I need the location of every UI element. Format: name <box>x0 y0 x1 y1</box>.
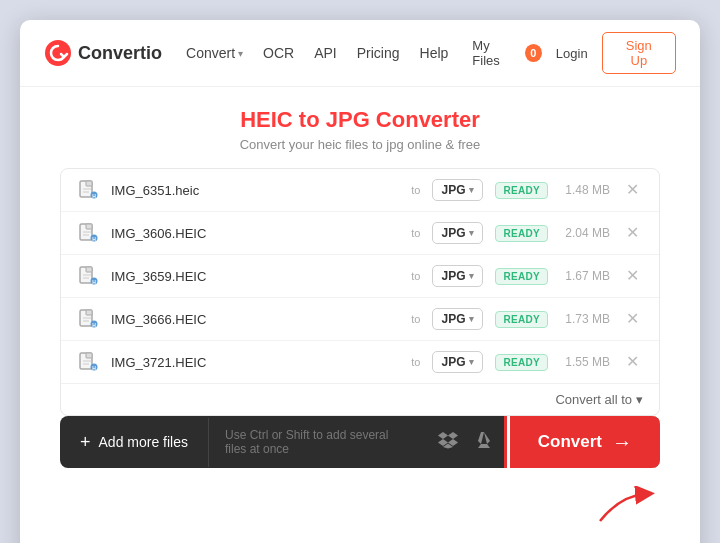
format-value: JPG <box>441 312 465 326</box>
file-name: IMG_3666.HEIC <box>111 312 399 327</box>
status-badge: READY <box>495 268 548 285</box>
table-row: H IMG_3659.HEIC to JPG ▾ READY 1.67 MB ✕ <box>61 255 659 298</box>
file-name: IMG_6351.heic <box>111 183 399 198</box>
svg-text:H: H <box>92 193 96 199</box>
nav-api[interactable]: API <box>314 45 337 61</box>
dropbox-icon[interactable] <box>438 430 458 455</box>
file-size: 1.48 MB <box>560 183 610 197</box>
to-label: to <box>411 184 420 196</box>
red-arrow-svg <box>580 486 660 526</box>
nav-ocr[interactable]: OCR <box>263 45 294 61</box>
browser-window: Convertio Convert ▾ OCR API Pricing Help… <box>20 20 700 543</box>
to-label: to <box>411 270 420 282</box>
file-size: 2.04 MB <box>560 226 610 240</box>
nav-links: Convert ▾ OCR API Pricing Help <box>186 45 448 61</box>
logo-text: Convertio <box>78 43 162 64</box>
signup-button[interactable]: Sign Up <box>602 32 676 74</box>
status-badge: READY <box>495 354 548 371</box>
my-files-badge: 0 <box>525 44 542 62</box>
file-size: 1.55 MB <box>560 355 610 369</box>
file-icon: H <box>77 351 99 373</box>
remove-file-button[interactable]: ✕ <box>622 268 643 284</box>
file-name: IMG_3659.HEIC <box>111 269 399 284</box>
format-value: JPG <box>441 269 465 283</box>
table-row: H IMG_3606.HEIC to JPG ▾ READY 2.04 MB ✕ <box>61 212 659 255</box>
to-label: to <box>411 227 420 239</box>
chevron-down-icon: ▾ <box>469 228 474 238</box>
chevron-down-icon: ▾ <box>469 314 474 324</box>
file-name: IMG_3721.HEIC <box>111 355 399 370</box>
to-label: to <box>411 313 420 325</box>
chevron-down-icon: ▾ <box>238 48 243 59</box>
nav-right: My Files 0 Login Sign Up <box>472 32 676 74</box>
file-icon: H <box>77 222 99 244</box>
svg-text:H: H <box>92 322 96 328</box>
format-select[interactable]: JPG ▾ <box>432 351 483 373</box>
format-select[interactable]: JPG ▾ <box>432 308 483 330</box>
my-files-button[interactable]: My Files 0 <box>472 38 541 68</box>
to-label: to <box>411 356 420 368</box>
main-content: HEIC to JPG Converter Convert your heic … <box>20 87 700 488</box>
svg-text:H: H <box>92 365 96 371</box>
svg-rect-8 <box>86 224 92 229</box>
table-row: H IMG_3666.HEIC to JPG ▾ READY 1.73 MB ✕ <box>61 298 659 341</box>
format-select[interactable]: JPG ▾ <box>432 179 483 201</box>
chevron-down-icon: ▾ <box>469 271 474 281</box>
remove-file-button[interactable]: ✕ <box>622 311 643 327</box>
nav-convert[interactable]: Convert ▾ <box>186 45 243 61</box>
convert-button[interactable]: Convert → <box>510 416 660 468</box>
remove-file-button[interactable]: ✕ <box>622 225 643 241</box>
status-badge: READY <box>495 311 548 328</box>
format-value: JPG <box>441 226 465 240</box>
file-name: IMG_3606.HEIC <box>111 226 399 241</box>
logo[interactable]: Convertio <box>44 39 162 67</box>
page-subtitle: Convert your heic files to jpg online & … <box>60 137 660 152</box>
add-files-button[interactable]: + Add more files <box>60 418 209 467</box>
chevron-down-icon: ▾ <box>469 185 474 195</box>
format-value: JPG <box>441 355 465 369</box>
google-drive-icon[interactable] <box>474 430 494 455</box>
svg-rect-2 <box>86 181 92 186</box>
nav-pricing[interactable]: Pricing <box>357 45 400 61</box>
info-section: HEIC High Efficiency Image Container HEI… <box>20 526 700 543</box>
page-title: HEIC to JPG Converter <box>60 107 660 133</box>
file-icon: H <box>77 308 99 330</box>
arrow-annotation <box>20 486 700 526</box>
login-button[interactable]: Login <box>556 46 588 61</box>
chevron-down-icon: ▾ <box>469 357 474 367</box>
file-icon: H <box>77 265 99 287</box>
logo-icon <box>44 39 72 67</box>
convert-all-row: Convert all to ▾ <box>61 383 659 415</box>
nav-help[interactable]: Help <box>420 45 449 61</box>
file-rows: H IMG_6351.heic to JPG ▾ READY 1.48 MB ✕ <box>61 169 659 383</box>
chevron-down-icon: ▾ <box>636 392 643 407</box>
table-row: H IMG_3721.HEIC to JPG ▾ READY 1.55 MB ✕ <box>61 341 659 383</box>
svg-rect-26 <box>86 353 92 358</box>
plus-icon: + <box>80 432 91 453</box>
remove-file-button[interactable]: ✕ <box>622 354 643 370</box>
file-list: H IMG_6351.heic to JPG ▾ READY 1.48 MB ✕ <box>60 168 660 416</box>
svg-text:H: H <box>92 279 96 285</box>
svg-text:H: H <box>92 236 96 242</box>
file-size: 1.67 MB <box>560 269 610 283</box>
file-size: 1.73 MB <box>560 312 610 326</box>
remove-file-button[interactable]: ✕ <box>622 182 643 198</box>
convert-all-button[interactable]: Convert all to ▾ <box>555 392 643 407</box>
format-select[interactable]: JPG ▾ <box>432 222 483 244</box>
table-row: H IMG_6351.heic to JPG ▾ READY 1.48 MB ✕ <box>61 169 659 212</box>
file-icon: H <box>77 179 99 201</box>
bottom-toolbar: + Add more files Use Ctrl or Shift to ad… <box>60 416 660 468</box>
format-select[interactable]: JPG ▾ <box>432 265 483 287</box>
format-value: JPG <box>441 183 465 197</box>
status-badge: READY <box>495 225 548 242</box>
svg-rect-20 <box>86 310 92 315</box>
arrow-right-icon: → <box>612 431 632 454</box>
svg-rect-14 <box>86 267 92 272</box>
navbar: Convertio Convert ▾ OCR API Pricing Help… <box>20 20 700 87</box>
drop-hint: Use Ctrl or Shift to add several files a… <box>209 428 422 456</box>
status-badge: READY <box>495 182 548 199</box>
toolbar-icons <box>422 430 510 455</box>
